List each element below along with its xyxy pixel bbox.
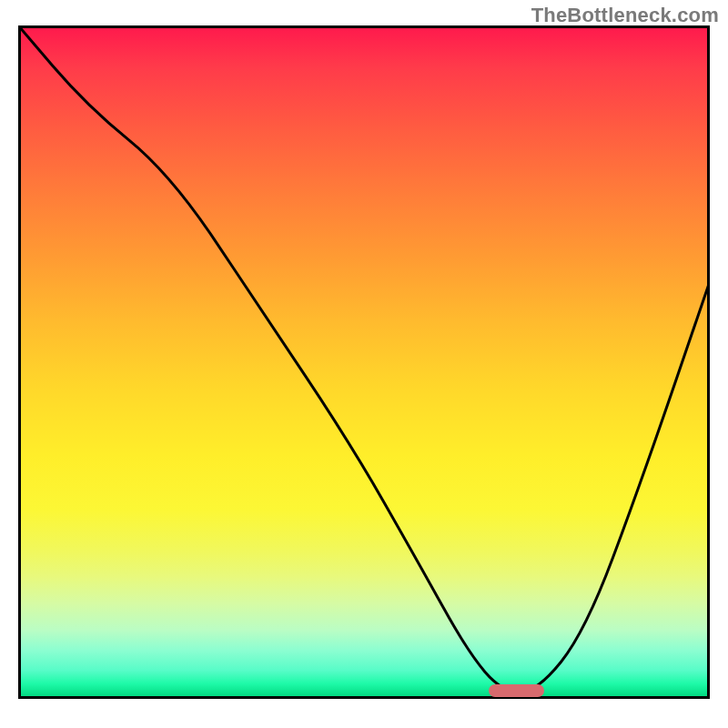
chart-svg — [18, 25, 710, 699]
bottleneck-curve — [18, 25, 710, 693]
plot-area — [18, 25, 710, 699]
plot — [18, 25, 710, 717]
optimal-marker — [489, 684, 544, 697]
plot-frame — [20, 27, 709, 698]
chart-container: TheBottleneck.com — [0, 0, 728, 728]
watermark-text: TheBottleneck.com — [531, 4, 719, 27]
